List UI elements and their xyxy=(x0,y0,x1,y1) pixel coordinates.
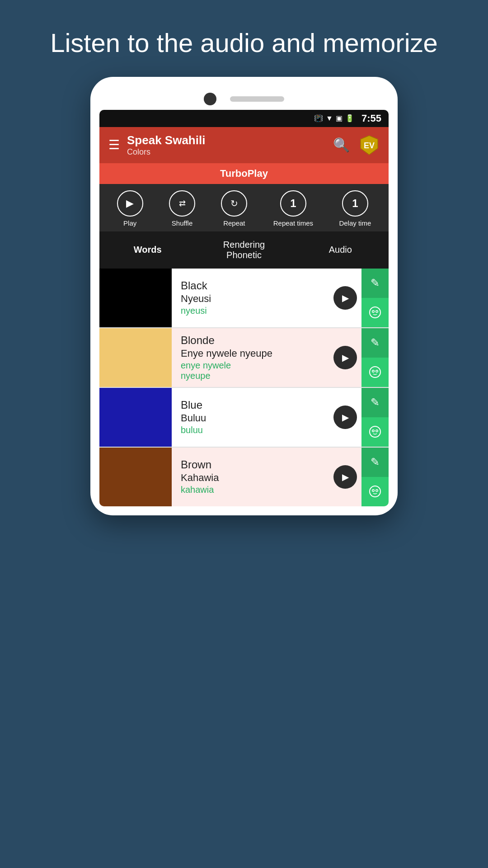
word-row-black: Black Nyeusi nyeusi ▶ ✎ xyxy=(99,269,389,327)
controls-bar: ▶ Play ⇄ Shuffle ↻ Repeat 1 Repea xyxy=(99,184,389,231)
play-button-blonde[interactable]: ▶ xyxy=(333,346,357,369)
color-swatch-blonde xyxy=(99,328,172,387)
word-english-brown: Brown xyxy=(181,458,329,471)
phone-speaker xyxy=(230,96,284,102)
repeat-button[interactable]: ↻ xyxy=(221,190,247,217)
status-time: 7:55 xyxy=(361,113,381,124)
word-list: Black Nyeusi nyeusi ▶ ✎ xyxy=(99,269,389,506)
info-button-blonde[interactable] xyxy=(361,358,389,387)
tab-words[interactable]: Words xyxy=(99,243,196,257)
svg-point-15 xyxy=(373,430,374,432)
edit-button-brown[interactable]: ✎ xyxy=(361,448,389,477)
word-phonetic-black: nyeusi xyxy=(181,306,329,316)
delay-time-value: 1 xyxy=(352,197,358,210)
play-button-blue[interactable]: ▶ xyxy=(333,406,357,429)
repeat-times-value: 1 xyxy=(290,197,296,210)
repeat-label: Repeat xyxy=(223,219,245,227)
play-control[interactable]: ▶ Play xyxy=(117,190,143,227)
action-buttons-blonde: ✎ xyxy=(361,328,389,387)
delay-time-button[interactable]: 1 xyxy=(342,190,368,217)
word-primary-black: Nyeusi xyxy=(181,293,329,305)
word-phonetic2-blonde: nyeupe xyxy=(181,371,329,381)
svg-point-6 xyxy=(376,311,378,312)
owl-icon-brown xyxy=(369,485,381,498)
owl-icon-blonde xyxy=(369,366,381,378)
shuffle-icon: ⇄ xyxy=(179,198,186,208)
app-bar-right: 🔍 EV xyxy=(333,135,380,156)
phone-notch xyxy=(99,86,389,110)
repeat-times-control[interactable]: 1 Repeat times xyxy=(273,190,313,227)
repeat-times-button[interactable]: 1 xyxy=(280,190,306,217)
svg-point-10 xyxy=(373,371,374,372)
delay-time-control[interactable]: 1 Delay time xyxy=(339,190,371,227)
action-buttons-black: ✎ xyxy=(361,269,389,327)
svg-point-5 xyxy=(373,311,374,312)
word-row-brown: Brown Kahawia kahawia ▶ ✎ xyxy=(99,448,389,506)
menu-button[interactable]: ☰ xyxy=(108,137,120,152)
app-title: Speak Swahili xyxy=(127,133,205,147)
repeat-icon: ↻ xyxy=(230,198,238,209)
svg-point-7 xyxy=(370,367,380,377)
svg-point-11 xyxy=(376,371,378,372)
status-bar: 📳 ▼ ▣ 🔋 7:55 xyxy=(99,110,389,127)
edit-button-blonde[interactable]: ✎ xyxy=(361,328,389,358)
word-phonetic-blonde: enye nywele xyxy=(181,360,329,371)
word-english-black: Black xyxy=(181,279,329,292)
vibrate-icon: 📳 xyxy=(314,114,323,123)
svg-point-17 xyxy=(370,486,380,497)
status-icons: 📳 ▼ ▣ 🔋 xyxy=(314,114,354,123)
svg-point-16 xyxy=(376,430,378,432)
play-label: Play xyxy=(123,219,136,227)
shuffle-label: Shuffle xyxy=(172,219,192,227)
owl-icon xyxy=(369,306,381,319)
edit-button-black[interactable]: ✎ xyxy=(361,269,389,298)
tab-rendering[interactable]: RenderingPhonetic xyxy=(196,238,292,262)
word-phonetic-brown: kahawia xyxy=(181,485,329,495)
turboplay-bar: TurboPlay xyxy=(99,163,389,184)
info-button-blue[interactable] xyxy=(361,417,389,447)
info-button-brown[interactable] xyxy=(361,477,389,506)
app-bar: ☰ Speak Swahili Colors 🔍 EV xyxy=(99,127,389,163)
signal-icon: ▣ xyxy=(336,114,343,123)
action-buttons-blue: ✎ xyxy=(361,388,389,447)
play-button-black[interactable]: ▶ xyxy=(333,286,357,310)
ev-logo: EV xyxy=(359,135,380,156)
color-swatch-black xyxy=(99,269,172,327)
svg-point-20 xyxy=(373,490,374,491)
word-row-blue: Blue Buluu buluu ▶ ✎ xyxy=(99,388,389,447)
word-info-black: Black Nyeusi nyeusi xyxy=(172,269,333,327)
turboplay-label: TurboPlay xyxy=(220,168,268,179)
word-primary-blonde: Enye nywele nyeupe xyxy=(181,348,329,359)
edit-button-blue[interactable]: ✎ xyxy=(361,388,389,417)
word-phonetic-blue: buluu xyxy=(181,425,329,435)
shuffle-button[interactable]: ⇄ xyxy=(169,190,195,217)
app-title-block: Speak Swahili Colors xyxy=(127,133,205,157)
repeat-control[interactable]: ↻ Repeat xyxy=(221,190,247,227)
shuffle-control[interactable]: ⇄ Shuffle xyxy=(169,190,195,227)
word-info-blue: Blue Buluu buluu xyxy=(172,388,333,447)
phone-mockup: 📳 ▼ ▣ 🔋 7:55 ☰ Speak Swahili Colors 🔍 E xyxy=(90,77,398,515)
word-info-brown: Brown Kahawia kahawia xyxy=(172,448,333,506)
app-bar-left: ☰ Speak Swahili Colors xyxy=(108,133,205,157)
delay-time-label: Delay time xyxy=(339,219,371,227)
battery-icon: 🔋 xyxy=(345,114,354,123)
svg-point-21 xyxy=(376,490,378,491)
word-primary-brown: Kahawia xyxy=(181,472,329,484)
app-subtitle: Colors xyxy=(127,147,205,157)
color-swatch-brown xyxy=(99,448,172,506)
search-button[interactable]: 🔍 xyxy=(333,137,350,153)
header-title: Listen to the audio and memorize xyxy=(14,27,474,59)
word-primary-blue: Buluu xyxy=(181,412,329,424)
word-english-blue: Blue xyxy=(181,399,329,411)
svg-point-2 xyxy=(370,307,380,318)
phone-camera xyxy=(204,93,216,105)
word-row-blonde: Blonde Enye nywele nyeupe enye nywele ny… xyxy=(99,328,389,387)
word-english-blonde: Blonde xyxy=(181,334,329,347)
tab-audio[interactable]: Audio xyxy=(292,243,389,257)
owl-icon-blue xyxy=(369,425,381,438)
svg-point-12 xyxy=(370,426,380,437)
info-button-black[interactable] xyxy=(361,298,389,327)
play-button[interactable]: ▶ xyxy=(117,190,143,217)
play-button-brown[interactable]: ▶ xyxy=(333,465,357,489)
tab-bar: Words RenderingPhonetic Audio xyxy=(99,231,389,269)
